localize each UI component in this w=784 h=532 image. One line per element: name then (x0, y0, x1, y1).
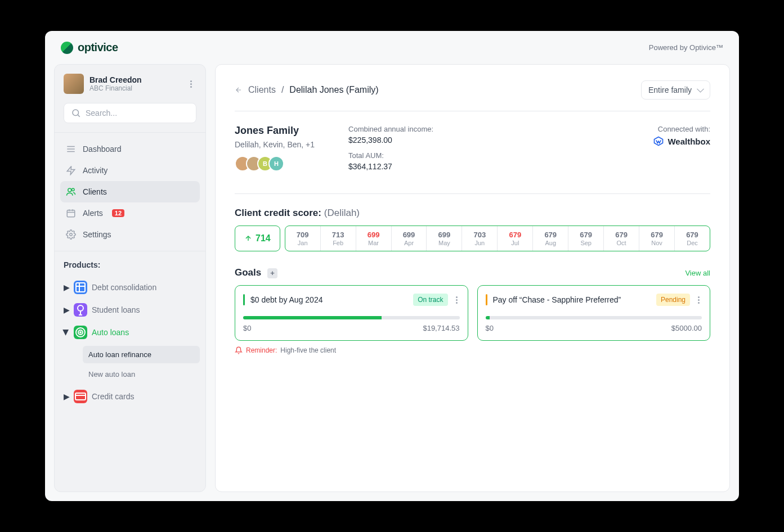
product-debt-consolidation[interactable]: ▶ Debt consolidation (60, 276, 200, 299)
student-icon (74, 303, 87, 317)
nav-alerts-label: Alerts (83, 209, 103, 218)
credit-month[interactable]: 679Jul (498, 226, 533, 251)
credit-month-value: 699 (356, 231, 391, 239)
search-input[interactable] (86, 109, 189, 118)
goal-card[interactable]: Pay off “Chase - Sapphire Preferred”Pend… (477, 285, 711, 341)
credit-month[interactable]: 699Mar (356, 226, 392, 251)
debt-icon (74, 281, 87, 294)
credit-month[interactable]: 699Apr (392, 226, 427, 251)
nav-settings[interactable]: Settings (60, 224, 200, 245)
credit-current-score: 714 (235, 226, 280, 251)
goal-status-badge: Pending (656, 294, 690, 306)
credit-month-label: Jun (462, 240, 497, 246)
svg-rect-7 (67, 210, 75, 217)
family-avatars: B H (235, 156, 315, 172)
auto-icon (74, 326, 87, 339)
credit-month[interactable]: 709Jan (285, 226, 321, 251)
breadcrumb-parent[interactable]: Clients (248, 85, 276, 95)
caret-right-icon: ▶ (64, 305, 69, 314)
product-debt-label: Debt consolidation (92, 283, 156, 292)
product-auto-loans[interactable]: ▶ Auto loans (60, 321, 200, 344)
view-all-goals-link[interactable]: View all (685, 269, 710, 277)
dashboard-icon (66, 144, 76, 154)
goal-high: $5000.00 (671, 324, 702, 332)
credit-month-label: Jul (498, 240, 532, 246)
credit-month[interactable]: 699May (427, 226, 462, 251)
svg-rect-19 (75, 393, 86, 400)
caret-down-icon: ▶ (62, 330, 71, 335)
credit-months: 709Jan713Feb699Mar699Apr699May703Jun679J… (285, 226, 710, 251)
credit-month-label: Sep (568, 240, 603, 246)
credit-month-label: Mar (356, 240, 391, 246)
credit-month[interactable]: 679Aug (533, 226, 568, 251)
product-credit-cards[interactable]: ▶ Credit cards (60, 385, 200, 408)
product-student-loans[interactable]: ▶ Student loans (60, 299, 200, 321)
credit-current-value: 714 (256, 233, 271, 244)
search-box[interactable] (64, 103, 196, 123)
alerts-badge: 12 (112, 209, 124, 217)
goal-status-badge: On track (413, 294, 447, 306)
svg-point-18 (80, 332, 81, 333)
brand-logo: optivice (61, 41, 118, 54)
avatar[interactable]: H (268, 156, 284, 172)
clients-icon (66, 187, 76, 197)
goal-progress-bar (243, 316, 460, 319)
add-goal-button[interactable]: + (267, 268, 277, 278)
product-auto-new[interactable]: New auto loan (83, 366, 200, 383)
user-org: ABC Financial (89, 84, 142, 92)
credit-month-value: 679 (498, 231, 532, 239)
goal-menu-kebab-icon[interactable] (454, 294, 460, 306)
user-avatar[interactable] (64, 74, 84, 94)
credit-month[interactable]: 703Jun (462, 226, 498, 251)
product-credit-label: Credit cards (92, 392, 134, 401)
credit-month-value: 679 (568, 231, 603, 239)
credit-month-value: 679 (604, 231, 639, 239)
connected-integration[interactable]: Wealthbox (653, 136, 710, 147)
reminder-text: High-five the client (280, 346, 336, 354)
goal-progress-bar (486, 316, 702, 319)
svg-line-1 (78, 115, 79, 116)
powered-by-label: Powered by Optivice™ (649, 43, 723, 52)
credit-month[interactable]: 679Nov (639, 226, 675, 251)
credit-month-label: Aug (533, 240, 568, 246)
goal-menu-kebab-icon[interactable] (696, 294, 702, 306)
user-name: Brad Creedon (89, 75, 142, 84)
aum-label: Total AUM: (348, 151, 433, 160)
goal-name: Pay off “Chase - Sapphire Preferred” (493, 295, 651, 304)
credit-month-value: 679 (639, 231, 674, 239)
credit-month[interactable]: 713Feb (321, 226, 356, 251)
wealthbox-icon (653, 136, 664, 147)
svg-point-15 (78, 305, 83, 311)
breadcrumb: Clients / Delilah Jones (Family) (235, 85, 379, 95)
credit-month-label: Oct (604, 240, 639, 246)
svg-point-0 (73, 110, 79, 116)
reminder: Reminder: High-five the client (235, 346, 710, 354)
credit-month[interactable]: 679Dec (675, 226, 710, 251)
nav-activity[interactable]: Activity (60, 160, 200, 181)
credit-month-value: 699 (392, 231, 427, 239)
logo-mark-icon (61, 42, 73, 54)
nav-dashboard[interactable]: Dashboard (60, 138, 200, 160)
user-menu-kebab-icon[interactable] (186, 76, 196, 92)
nav-alerts[interactable]: Alerts 12 (60, 202, 200, 224)
products-heading: Products: (60, 260, 200, 269)
goal-card[interactable]: $0 debt by Aug 2024On track$0$19,714.53 (235, 285, 468, 341)
nav-clients[interactable]: Clients (60, 181, 200, 202)
credit-month-label: Jan (285, 240, 320, 246)
credit-month-value: 679 (675, 231, 710, 239)
main-panel: Clients / Delilah Jones (Family) Entire … (215, 64, 730, 492)
goal-accent-bar (486, 294, 487, 305)
income-value: $225,398.00 (348, 136, 433, 145)
family-title: Jones Family (235, 125, 315, 137)
credit-month[interactable]: 679Sep (568, 226, 604, 251)
credit-month-value: 713 (321, 231, 356, 239)
back-arrow-icon[interactable] (235, 86, 243, 94)
product-auto-refinance[interactable]: Auto loan refinance (83, 346, 200, 363)
family-filter-select[interactable]: Entire family (641, 80, 710, 100)
nav-dashboard-label: Dashboard (83, 145, 122, 154)
nav-clients-label: Clients (83, 187, 107, 196)
caret-right-icon: ▶ (64, 392, 69, 401)
credit-month-value: 703 (462, 231, 497, 239)
credit-month[interactable]: 679Oct (604, 226, 639, 251)
goals-heading: Goals + (235, 267, 277, 278)
